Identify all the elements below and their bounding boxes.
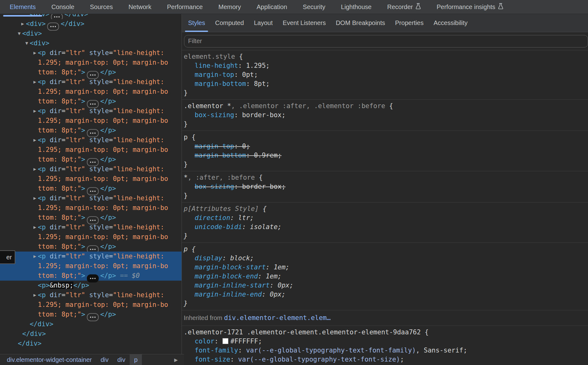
dom-attr-value: "line-height: (113, 78, 164, 86)
tab-network[interactable]: Network (121, 0, 159, 14)
twisty-right-icon[interactable]: ▶ (33, 135, 36, 145)
twisty-right-icon[interactable]: ▶ (33, 164, 36, 174)
css-declaration[interactable]: line-height: 1.295; (184, 61, 588, 70)
twisty-right-icon[interactable]: ▶ (33, 193, 36, 203)
twisty-right-icon[interactable]: ▶ (33, 222, 36, 232)
breadcrumb-item-p[interactable]: p (130, 354, 142, 365)
dom-tag: </p> (100, 272, 116, 279)
dom-node[interactable]: <p>&nbsp;</p> (0, 281, 182, 290)
tab-application[interactable]: Application (249, 0, 295, 14)
dom-node-p[interactable]: ▶<p dir="ltr" style="line-height:1.295; … (0, 106, 182, 135)
css-declaration[interactable]: font-size: var(--e-global-typography-tex… (184, 355, 588, 364)
breadcrumb-item-div-elementor-widget-container[interactable]: div.elementor-widget-container (2, 354, 96, 365)
color-swatch[interactable] (222, 338, 228, 344)
css-declaration[interactable]: font-family: var(--e-global-typography-t… (184, 346, 588, 355)
css-declaration[interactable]: margin-block-end: 1em; (184, 272, 588, 281)
breadcrumb-item-div[interactable]: div (96, 354, 113, 365)
subtab-styles[interactable]: Styles (183, 14, 210, 32)
css-declaration[interactable]: margin-inline-start: 0px; (184, 281, 588, 290)
filter-input[interactable] (184, 35, 588, 48)
property-name: box-sizing (195, 111, 234, 119)
declaration-text: margin-inline-start: 0px; (195, 282, 293, 289)
subtab-properties[interactable]: Properties (390, 14, 429, 32)
rule-selector[interactable]: p { (184, 245, 588, 254)
css-declaration[interactable]: box-sizing: border-box; (184, 111, 588, 120)
css-declaration[interactable]: margin-top: 0; (184, 142, 588, 151)
subtab-computed[interactable]: Computed (210, 14, 249, 32)
dom-node-p[interactable]: ▶<p dir="ltr" style="line-height:1.295; … (0, 77, 182, 106)
dom-tag: <div> (22, 30, 42, 37)
tab-lighthouse[interactable]: Lighthouse (333, 0, 379, 14)
css-declaration[interactable]: margin-block-start: 1em; (184, 263, 588, 272)
dom-node[interactable]: </div> (0, 329, 182, 339)
twisty-right-icon[interactable]: ▶ (33, 48, 36, 58)
dom-node-p[interactable]: ▶<p dir="ltr" style="line-height:1.295; … (0, 135, 182, 164)
dom-node[interactable]: </div> (0, 319, 182, 329)
subtab-event-listeners[interactable]: Event Listeners (278, 14, 331, 32)
property-name: margin-top (195, 71, 234, 78)
css-declaration[interactable]: margin-inline-end: 0px; (184, 290, 588, 299)
twisty-right-icon[interactable]: ▶ (33, 252, 36, 261)
subtab-layout[interactable]: Layout (249, 14, 278, 32)
dom-node-p[interactable]: ▶<p dir="ltr" style="line-height:1.295; … (0, 290, 182, 319)
twisty-right-icon[interactable]: ▶ (33, 77, 36, 87)
twisty-right-icon[interactable]: ▶ (21, 19, 24, 29)
css-declaration[interactable]: display: block; (184, 254, 588, 263)
dom-attr-name: style (89, 252, 109, 260)
property-value: isolate; (246, 223, 282, 231)
rule-selector[interactable]: p[Attributes Style] { (184, 204, 588, 213)
dom-attr-name: dir (50, 165, 62, 173)
css-declaration[interactable]: color: #FFFFFF; (184, 337, 588, 346)
dom-attr-value: "ltr" (66, 252, 85, 260)
dom-text (85, 136, 89, 144)
dom-attr-value: 1.295; margin-top: 0pt; margin-bo (38, 204, 168, 212)
dom-tag: </div> (18, 340, 42, 347)
tab-security[interactable]: Security (295, 0, 333, 14)
tab-console[interactable]: Console (43, 0, 82, 14)
dom-node-p[interactable]: ▶<p dir="ltr" style="line-height:1.295; … (0, 48, 182, 77)
panel-divider[interactable] (182, 14, 182, 365)
subtab-dom-breakpoints[interactable]: DOM Breakpoints (331, 14, 390, 32)
tab-elements[interactable]: Elements (2, 0, 43, 14)
rule-selector[interactable]: *, :after, :before { (184, 173, 588, 182)
subtab-accessibility[interactable]: Accessibility (429, 14, 473, 32)
breadcrumb-overflow-icon[interactable]: ▶ (174, 354, 178, 365)
css-declaration[interactable]: unicode-bidi: isolate; (184, 222, 588, 232)
inherited-from-link[interactable]: div.elementor-element.elem… (224, 314, 331, 322)
rule-selector[interactable]: p { (184, 133, 588, 142)
tab-sources[interactable]: Sources (82, 0, 121, 14)
rule-selector[interactable]: .elementor *, .elementor :after, .elemen… (184, 102, 588, 111)
property-value: , Sans-serif; (416, 347, 467, 354)
rule-selector[interactable]: .elementor-1721 .elementor-element.eleme… (184, 328, 588, 337)
dom-node-p[interactable]: ▶<p dir="ltr" style="line-height:1.295; … (0, 193, 182, 222)
dom-node[interactable]: ▼<div> (0, 38, 182, 48)
css-declaration[interactable]: margin-bottom: 0.9rem; (184, 151, 588, 160)
declaration-text: line-height: 1.295; (195, 62, 270, 69)
twisty-down-icon[interactable]: ▼ (18, 29, 21, 38)
tab-performance-insights[interactable]: Performance insights (429, 0, 511, 14)
dom-attr-value: "line-height: (113, 165, 164, 173)
dom-node-p[interactable]: ▶<p dir="ltr" style="line-height:1.295; … (0, 164, 182, 193)
dom-node-p[interactable]: ▶<p dir="ltr" style="line-height:1.295; … (0, 252, 182, 281)
breadcrumb-item-div[interactable]: div (113, 354, 130, 365)
tab-memory[interactable]: Memory (211, 0, 249, 14)
css-declaration[interactable]: margin-top: 0pt; (184, 70, 588, 79)
dom-text (85, 194, 89, 202)
dom-text: = (109, 252, 113, 260)
dom-node-p[interactable]: ▶<p dir="ltr" style="line-height:1.295; … (0, 222, 182, 252)
css-declaration[interactable]: box-sizing: border-box; (184, 182, 588, 191)
tab-recorder[interactable]: Recorder (379, 0, 429, 14)
twisty-down-icon[interactable]: ▼ (25, 38, 28, 48)
tab-performance[interactable]: Performance (159, 0, 211, 14)
inline-expand-icon[interactable] (51, 14, 63, 19)
rule-selector[interactable]: element.style { (184, 52, 588, 61)
dom-node[interactable]: ▶<div></div> (0, 19, 182, 29)
dom-node[interactable]: ▼<div> (0, 29, 182, 38)
selector-part: .elementor * (184, 102, 231, 110)
twisty-right-icon[interactable]: ▶ (33, 106, 36, 116)
twisty-right-icon[interactable]: ▶ (33, 290, 36, 300)
dom-node[interactable]: </div> (0, 339, 182, 348)
css-declaration[interactable]: direction: ltr; (184, 213, 588, 222)
property-name: display (195, 254, 222, 262)
css-declaration[interactable]: margin-bottom: 8pt; (184, 79, 588, 88)
